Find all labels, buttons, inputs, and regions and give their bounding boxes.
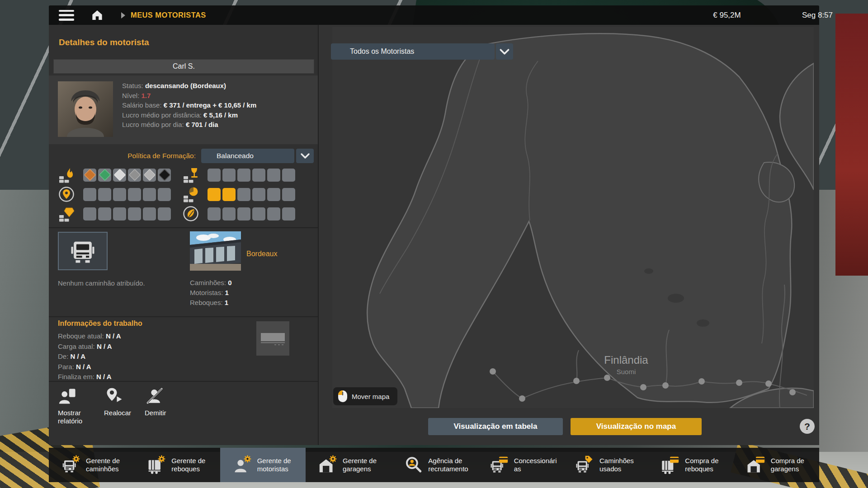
breadcrumb-arrow-icon	[121, 12, 125, 19]
world-map[interactable]: Finlândia Suomi	[332, 27, 814, 408]
nav-buy-trailers[interactable]: Compra de reboques	[648, 448, 733, 482]
dismiss-button[interactable]: Demitir	[145, 386, 185, 417]
region-native-label: Suomi	[617, 368, 636, 375]
report-icon	[58, 386, 79, 406]
nav-buy-garages[interactable]: Compra de garagens	[734, 448, 819, 482]
screen: MEUS MOTORISTAS € 95,2M Seg 8:57 Detalhe…	[0, 0, 868, 488]
adr-skill-slots	[83, 169, 171, 182]
nav-driver-manager[interactable]: Gerente de motoristas	[220, 448, 306, 482]
high-value-skill-slots	[83, 207, 171, 221]
bottom-nav: Gerente de caminhões Gerente de reboques…	[49, 448, 819, 482]
avg-distance-value: € 5,16 / km	[203, 111, 238, 119]
long-distance-skill-slots	[83, 188, 171, 201]
nav-trailer-manager[interactable]: Gerente de reboques	[134, 448, 220, 482]
relocate-button[interactable]: Realocar	[104, 386, 145, 417]
training-policy-chevron[interactable]	[296, 149, 314, 163]
chevron-down-icon	[499, 48, 510, 55]
driver-details-panel: Detalhes do motorista Carl S.	[49, 25, 319, 445]
nav-garage-manager[interactable]: Gerente de garagens	[306, 448, 391, 482]
fragile-skill-slots	[208, 169, 295, 182]
background-truck-cab	[835, 14, 868, 276]
divider	[49, 227, 318, 228]
truck-gear-icon	[61, 455, 81, 475]
no-truck-text: Nenhum caminhão atribuído.	[58, 279, 145, 287]
divider	[49, 316, 318, 317]
garage-photo[interactable]	[190, 231, 241, 271]
panel-title: Detalhes do motorista	[59, 38, 149, 47]
recruitment-icon	[403, 455, 424, 475]
money-balance: € 95,2M	[673, 11, 781, 20]
eco-skill-slots	[208, 207, 295, 221]
move-map-hint[interactable]: Mover mapa	[333, 387, 397, 405]
assigned-truck-slot[interactable]	[58, 232, 108, 270]
show-report-button[interactable]: Mostrar relatório	[58, 386, 103, 425]
chevron-down-icon	[300, 153, 310, 159]
urgent-skill-icon	[182, 186, 199, 203]
nav-recruitment-agency[interactable]: Agência de recrutamento	[391, 448, 476, 482]
garage-gear-icon	[317, 455, 338, 475]
status-value: descansando (Bordeaux)	[145, 82, 226, 89]
job-info-title: Informações do trabalho	[58, 319, 142, 328]
garage-stats: Caminhões: 0 Motoristas: 1 Reboques: 1	[190, 278, 232, 308]
avg-day-value: € 701 / dia	[186, 121, 218, 128]
divider	[49, 381, 318, 382]
trailer-card-icon	[660, 455, 680, 475]
driver-filter-chevron[interactable]	[496, 43, 513, 60]
truck-card-icon	[489, 455, 509, 475]
dismiss-icon	[145, 386, 165, 406]
trailer-thumbnail	[256, 321, 289, 356]
urgent-skill-slots	[208, 188, 295, 201]
salary-value: € 371 / entrega + € 10,65 / km	[164, 101, 257, 109]
truck-icon	[66, 236, 99, 267]
top-bar: MEUS MOTORISTAS € 95,2M Seg 8:57	[49, 5, 819, 25]
relocate-icon	[104, 386, 125, 406]
driver-level: 1.7	[142, 92, 151, 99]
trailer-gear-icon	[146, 455, 167, 475]
job-info-rows: Reboque atual: N / A Carga atual: N / A …	[58, 331, 121, 382]
mouse-icon	[338, 390, 348, 403]
breadcrumb: MEUS MOTORISTAS	[131, 11, 206, 19]
adr-skill-icon	[58, 166, 75, 183]
driver-name: Carl S.	[173, 62, 195, 70]
table-view-button[interactable]: Visualização em tabela	[428, 418, 563, 435]
training-policy-label: Política de Formação:	[85, 152, 196, 160]
fragile-skill-icon	[182, 166, 199, 183]
help-button[interactable]: ?	[800, 419, 815, 434]
driver-status-block: Status: descansando (Bordeaux) Nível: 1.…	[122, 81, 256, 130]
eco-skill-icon	[182, 205, 199, 222]
long-distance-skill-icon	[58, 186, 75, 203]
garage-card-icon	[745, 455, 766, 475]
home-icon[interactable]	[90, 9, 105, 22]
nav-dealers[interactable]: Concessionárias	[477, 448, 562, 482]
person-gear-icon	[232, 455, 253, 475]
nav-truck-manager[interactable]: Gerente de caminhões	[49, 448, 134, 482]
menu-icon[interactable]	[59, 10, 74, 21]
driver-name-bar: Carl S.	[53, 59, 314, 74]
garage-link[interactable]: Bordeaux	[246, 250, 278, 258]
map-view-button[interactable]: Visualização no mapa	[571, 418, 702, 435]
training-policy-dropdown[interactable]: Balanceado	[201, 149, 294, 163]
high-value-skill-icon	[58, 205, 75, 222]
game-time: Seg 8:57	[772, 11, 863, 20]
truck-tag-icon	[574, 455, 595, 475]
nav-used-trucks[interactable]: Caminhões usados	[562, 448, 648, 482]
driver-manager-window: Detalhes do motorista Carl S.	[49, 25, 819, 445]
driver-filter-dropdown[interactable]: Todos os Motoristas	[331, 43, 495, 60]
region-label: Finlândia	[604, 354, 648, 366]
driver-portrait	[58, 81, 113, 137]
